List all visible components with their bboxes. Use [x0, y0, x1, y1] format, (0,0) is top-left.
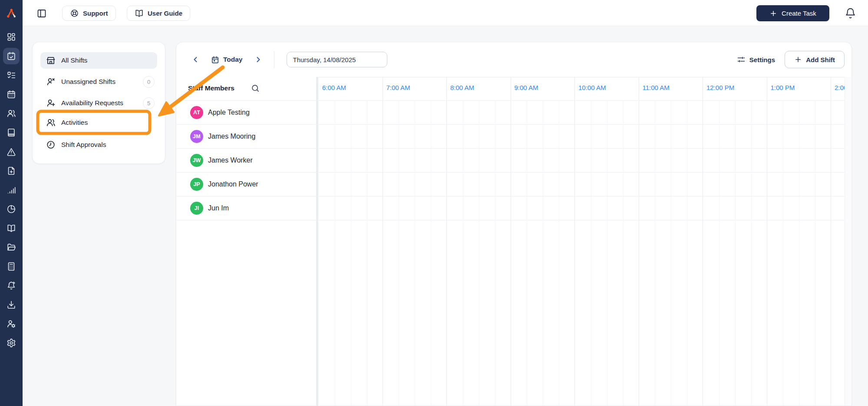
users-icon: [46, 118, 56, 127]
sidebar-item-unassigned-shifts[interactable]: Unassigned Shifts0: [40, 73, 157, 90]
rail-item-book-open[interactable]: [3, 220, 20, 236]
rail-item-layout-dashboard[interactable]: [3, 29, 20, 45]
staff-name: Apple Testing: [208, 109, 250, 116]
calendar-icon: [211, 56, 219, 64]
panel-left-icon: [36, 8, 47, 19]
bell-plus-icon: [7, 281, 16, 290]
quarter-hour-line: [623, 100, 624, 406]
scroll-gutter[interactable]: [845, 77, 851, 406]
sidebar-item-all-shifts[interactable]: All Shifts: [40, 52, 157, 69]
staff-members-title: Staff Members: [188, 84, 234, 92]
quarter-hour-line: [351, 100, 351, 406]
user-guide-label: User Guide: [148, 10, 182, 17]
row-divider-line: [176, 148, 851, 149]
time-label: 11:00 AM: [643, 84, 670, 91]
rail-item-users[interactable]: [3, 105, 20, 122]
create-task-button[interactable]: Create Task: [756, 5, 829, 21]
avatar: JM: [190, 130, 203, 143]
time-label: 10:00 AM: [578, 84, 606, 91]
rail-item-calendar-days[interactable]: [3, 86, 20, 103]
plus-icon: [794, 56, 802, 63]
rail-item-list-todo[interactable]: [3, 67, 20, 83]
quarter-hour-line: [751, 100, 752, 406]
calendar-check-icon: [7, 51, 16, 61]
staff-row-jun-im[interactable]: JIJun Im: [176, 196, 316, 220]
hour-column-10-00-am[interactable]: [574, 77, 639, 406]
staff-row-james-mooring[interactable]: JMJames Mooring: [176, 124, 316, 148]
hour-column-7-00-am[interactable]: [383, 77, 447, 406]
today-button[interactable]: Today: [211, 56, 243, 64]
previous-day-button[interactable]: [189, 53, 201, 66]
pie-chart-icon: [7, 204, 16, 214]
logo-mark: [6, 7, 17, 19]
sidebar-item-activities[interactable]: Activities: [40, 114, 157, 131]
time-label: 12:00 PM: [706, 84, 734, 91]
hour-column-8-00-am[interactable]: [446, 77, 511, 406]
staff-row-jonathon-power[interactable]: JPJonathon Power: [176, 172, 316, 196]
bell-icon: [845, 7, 856, 19]
row-divider-line: [176, 172, 851, 173]
avatar: JP: [190, 178, 203, 191]
hour-column-1-00-pm[interactable]: [767, 77, 831, 406]
rail-item-download[interactable]: [3, 296, 20, 313]
staff-column-header: Staff Members: [176, 77, 316, 100]
column-divider-band[interactable]: [316, 77, 318, 406]
quarter-hour-line: [335, 100, 335, 406]
rail-item-calendar-check-active[interactable]: [3, 48, 20, 64]
rail-item-user-cog[interactable]: [3, 316, 20, 332]
layout-dashboard-icon: [7, 32, 16, 42]
staff-search-button[interactable]: [251, 84, 260, 93]
rail-item-triangle-alert[interactable]: [3, 143, 20, 160]
avatar: JW: [190, 154, 203, 167]
chevron-left-icon: [191, 55, 200, 64]
plus-icon: [769, 10, 777, 17]
rail-item-settings[interactable]: [3, 335, 20, 351]
hour-column-9-00-am[interactable]: [511, 77, 575, 406]
quarter-hour-line: [687, 100, 687, 406]
quarter-hour-line: [591, 100, 591, 406]
notifications-bell-button[interactable]: [845, 7, 856, 19]
support-label: Support: [83, 10, 108, 17]
quarter-hour-line: [543, 100, 543, 406]
sidebar-item-label: All Shifts: [61, 57, 87, 64]
staff-row-apple-testing[interactable]: ATApple Testing: [176, 100, 316, 124]
staff-row-james-worker[interactable]: JWJames Worker: [176, 148, 316, 172]
rail-item-folder-open[interactable]: [3, 239, 20, 256]
rail-item-notebook[interactable]: [3, 124, 20, 141]
sidebar-toggle-button[interactable]: [36, 8, 47, 19]
quarter-hour-line: [655, 100, 655, 406]
add-shift-button[interactable]: Add Shift: [785, 51, 845, 68]
add-shift-label: Add Shift: [806, 56, 835, 63]
quarter-hour-line: [495, 100, 495, 406]
rail-item-bar-chart[interactable]: [3, 182, 20, 198]
user-guide-button[interactable]: User Guide: [127, 6, 190, 21]
list-todo-icon: [7, 70, 16, 80]
quarter-hour-line: [783, 100, 783, 406]
support-button[interactable]: Support: [62, 6, 116, 21]
staff-name: James Mooring: [208, 133, 255, 140]
quarter-hour-line: [479, 100, 479, 406]
rail-item-calculator[interactable]: [3, 258, 20, 275]
settings-icon: [7, 338, 16, 348]
schedule-settings-button[interactable]: Settings: [737, 55, 775, 64]
hour-column-12-00-pm[interactable]: [703, 77, 767, 406]
today-label: Today: [223, 56, 243, 63]
rail-item-bell-plus[interactable]: [3, 277, 20, 294]
shifts-side-panel: All ShiftsUnassigned Shifts0Availability…: [32, 42, 165, 164]
sidebar-item-label: Activities: [61, 119, 88, 126]
next-day-button[interactable]: [252, 53, 264, 66]
quarter-hour-line: [415, 100, 415, 406]
date-picker-input[interactable]: [287, 52, 387, 67]
lifebuoy-icon: [70, 9, 79, 18]
sidebar-item-availability-requests[interactable]: Availability Requests5: [40, 95, 157, 111]
rail-item-pie-chart[interactable]: [3, 201, 20, 217]
hour-column-6-00-am[interactable]: [318, 77, 383, 406]
rail-item-file-plus[interactable]: [3, 163, 20, 179]
row-divider-line: [176, 124, 851, 125]
sidebar-item-shift-approvals[interactable]: Shift Approvals: [40, 136, 157, 153]
notebook-icon: [7, 128, 16, 137]
time-label: 7:00 AM: [386, 84, 410, 91]
user-cog-icon: [7, 319, 16, 329]
hour-column-11-00-am[interactable]: [639, 77, 703, 406]
users-icon: [7, 109, 16, 118]
